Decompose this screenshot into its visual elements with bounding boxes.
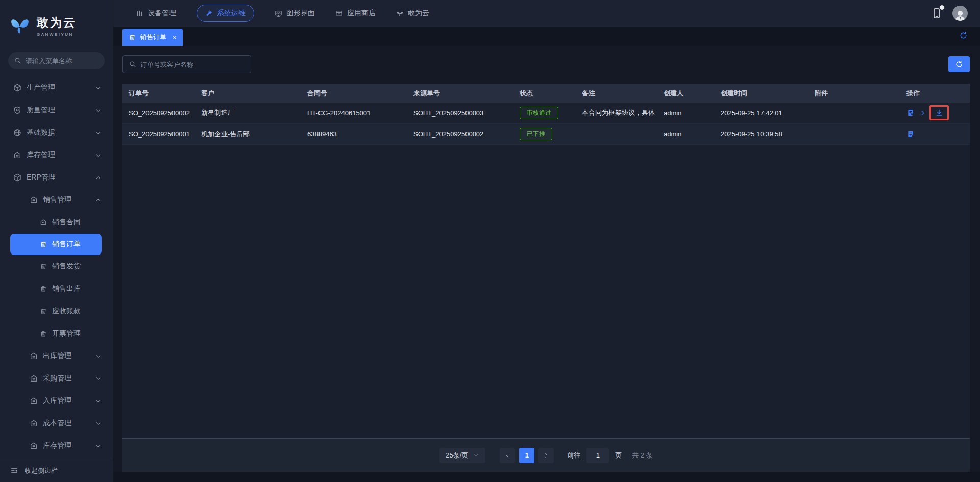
sidebar-item-inbound-mgmt[interactable]: 入库管理 bbox=[0, 390, 113, 412]
topnav-device-management[interactable]: 设备管理 bbox=[136, 9, 176, 18]
sidebar-item-stock-mgmt[interactable]: 库存管理 bbox=[0, 435, 113, 457]
next-page-button[interactable] bbox=[538, 448, 554, 463]
orders-table: 订单号 客户 合同号 来源单号 状态 备注 创建人 创建时间 附件 操作 SO_ bbox=[122, 84, 970, 145]
sidebar-item-label: 销售订单 bbox=[52, 240, 81, 249]
butterfly-logo-icon bbox=[8, 14, 32, 37]
brand-name: 敢为云 bbox=[37, 15, 77, 31]
chevron-left-icon bbox=[504, 452, 510, 459]
sidebar-item-sales-order[interactable]: 销售订单 bbox=[10, 234, 102, 255]
current-page-button[interactable]: 1 bbox=[519, 448, 534, 463]
sidebar-item-production[interactable]: 生产管理 bbox=[0, 77, 113, 99]
sidebar-item-inventory[interactable]: 库存管理 bbox=[0, 144, 113, 166]
sidebar-item-sales-delivery[interactable]: 销售发货 bbox=[0, 255, 113, 277]
cell-creator: admin bbox=[657, 123, 715, 144]
page-size-value: 25条/页 bbox=[446, 451, 468, 460]
chevron-down-icon bbox=[95, 420, 102, 427]
refresh-page-icon[interactable] bbox=[959, 31, 968, 40]
topnav-label: 设备管理 bbox=[148, 9, 176, 18]
sidebar-item-label: 库存管理 bbox=[27, 150, 55, 160]
sidebar-menu: 生产管理 质量管理 基础数据 库存管理 ERP管理 销售管理 bbox=[0, 77, 113, 459]
column-header-order-no: 订单号 bbox=[122, 84, 195, 103]
user-avatar[interactable] bbox=[952, 6, 968, 21]
sidebar: 敢为云 GANWEIYUN 生产管理 质量管理 基础数据 库存管理 bbox=[0, 0, 113, 482]
cabinet-icon bbox=[30, 419, 38, 427]
collapse-sidebar-button[interactable]: 收起侧边栏 bbox=[0, 459, 113, 482]
doc-icon bbox=[40, 308, 47, 315]
sidebar-item-outbound-mgmt[interactable]: 出库管理 bbox=[0, 345, 113, 367]
goto-page-input[interactable] bbox=[586, 448, 609, 463]
tab-sales-order[interactable]: 销售订单 × bbox=[122, 29, 183, 46]
sidebar-item-sales-mgmt[interactable]: 销售管理 bbox=[0, 189, 113, 211]
search-icon bbox=[14, 57, 21, 64]
mobile-device-icon[interactable] bbox=[931, 7, 942, 20]
column-header-customer: 客户 bbox=[195, 84, 301, 103]
view-detail-icon[interactable] bbox=[906, 109, 915, 117]
phone-badge bbox=[939, 5, 945, 10]
sidebar-menu-search[interactable] bbox=[8, 52, 105, 69]
topnav-system-ops[interactable]: 系统运维 bbox=[197, 5, 254, 22]
push-chevron-icon[interactable] bbox=[919, 110, 926, 116]
cell-attachment bbox=[808, 103, 900, 123]
sidebar-item-sales-contract[interactable]: 销售合同 bbox=[0, 211, 113, 234]
cell-source-no: SOHT_2025092500003 bbox=[407, 103, 513, 123]
total-count-label: 共 2 条 bbox=[632, 451, 652, 460]
orders-table-panel: 订单号 客户 合同号 来源单号 状态 备注 创建人 创建时间 附件 操作 SO_ bbox=[122, 84, 970, 472]
topnav-graphic-ui[interactable]: 图形界面 bbox=[275, 9, 315, 18]
table-row: SO_2025092500001 机加企业-售后部 63889463 SOHT_… bbox=[122, 123, 970, 144]
topnav-label: 图形界面 bbox=[286, 9, 315, 18]
sidebar-item-erp[interactable]: ERP管理 bbox=[0, 166, 113, 189]
sidebar-item-base-data[interactable]: 基础数据 bbox=[0, 121, 113, 144]
order-search-box[interactable] bbox=[122, 55, 251, 73]
sidebar-search-input[interactable] bbox=[26, 57, 99, 65]
content-panel: 订单号 客户 合同号 来源单号 状态 备注 创建人 创建时间 附件 操作 SO_ bbox=[113, 46, 980, 482]
sidebar-item-label: 入库管理 bbox=[43, 396, 71, 405]
sidebar-item-label: ERP管理 bbox=[27, 173, 56, 182]
column-header-actions: 操作 bbox=[900, 84, 970, 103]
brand-subtitle: GANWEIYUN bbox=[37, 32, 77, 37]
topnav-ganweiyun[interactable]: 敢为云 bbox=[396, 9, 429, 18]
cell-attachment bbox=[808, 123, 900, 144]
refresh-list-button[interactable] bbox=[948, 56, 970, 72]
sidebar-item-label: 开票管理 bbox=[52, 329, 81, 338]
sidebar-item-sales-outbound[interactable]: 销售出库 bbox=[0, 277, 113, 300]
sidebar-item-quality[interactable]: 质量管理 bbox=[0, 99, 113, 121]
page-size-select[interactable]: 25条/页 bbox=[439, 448, 485, 463]
order-icon bbox=[129, 34, 136, 41]
sidebar-item-invoicing[interactable]: 开票管理 bbox=[0, 322, 113, 345]
quality-shield-icon bbox=[13, 106, 21, 114]
cabinet-icon bbox=[30, 442, 38, 450]
column-header-status: 状态 bbox=[513, 84, 576, 103]
prev-page-button[interactable] bbox=[500, 448, 515, 463]
sidebar-item-cost-mgmt[interactable]: 成本管理 bbox=[0, 412, 113, 435]
collapse-sidebar-icon bbox=[10, 467, 18, 475]
sidebar-item-receivables[interactable]: 应收账款 bbox=[0, 300, 113, 322]
pagination: 25条/页 1 前往 页 共 2 条 bbox=[122, 438, 970, 472]
page-unit-label: 页 bbox=[615, 451, 622, 460]
search-icon bbox=[129, 61, 136, 68]
sidebar-item-label: 基础数据 bbox=[27, 128, 55, 137]
cell-order-no: SO_2025092500002 bbox=[122, 103, 195, 123]
table-empty-area bbox=[122, 145, 970, 439]
chevron-down-icon bbox=[95, 152, 102, 159]
column-header-source-no: 来源单号 bbox=[407, 84, 513, 103]
status-badge: 审核通过 bbox=[520, 107, 558, 119]
footer-band bbox=[113, 472, 980, 482]
chevron-down-icon bbox=[95, 375, 102, 382]
chevron-down-icon bbox=[95, 443, 102, 449]
device-bars-icon bbox=[136, 10, 143, 17]
view-detail-icon[interactable] bbox=[906, 130, 915, 138]
cell-customer: 新星制造厂 bbox=[195, 103, 301, 123]
sidebar-item-label: 销售合同 bbox=[52, 218, 81, 227]
main-area: 设备管理 系统运维 图形界面 应用商店 敢为云 bbox=[113, 0, 980, 482]
topnav-app-store[interactable]: 应用商店 bbox=[335, 9, 376, 18]
order-search-input[interactable] bbox=[140, 61, 244, 68]
cell-source-no: SOHT_2025092500002 bbox=[407, 123, 513, 144]
topbar-right bbox=[931, 6, 972, 21]
column-header-contract-no: 合同号 bbox=[301, 84, 407, 103]
close-tab-icon[interactable]: × bbox=[173, 34, 177, 41]
cabinet-icon bbox=[30, 196, 38, 204]
sidebar-item-purchase-mgmt[interactable]: 采购管理 bbox=[0, 367, 113, 390]
download-icon[interactable] bbox=[935, 109, 943, 117]
chevron-down-icon bbox=[95, 398, 102, 404]
brand-logo: 敢为云 GANWEIYUN bbox=[0, 0, 113, 49]
